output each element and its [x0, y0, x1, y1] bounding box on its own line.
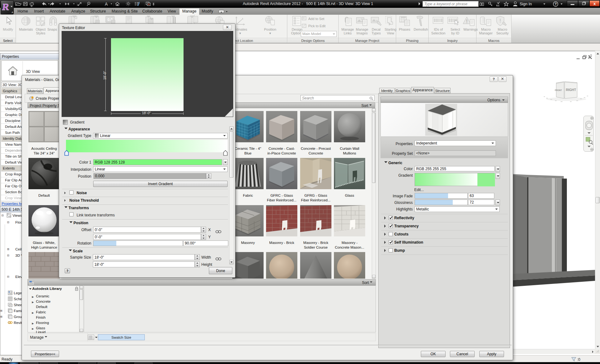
svg-text:Sign In: Sign In: [520, 2, 532, 6]
svg-text:FRONT: FRONT: [555, 88, 562, 92]
svg-text:?: ?: [555, 2, 557, 6]
svg-text:1: 1: [88, 3, 89, 5]
svg-text:!: !: [499, 18, 501, 23]
svg-text:A: A: [105, 2, 108, 7]
svg-text::0: :0: [577, 357, 580, 362]
svg-text:!: !: [466, 18, 468, 24]
svg-text:RIGHT: RIGHT: [566, 88, 576, 92]
svg-text:A: A: [12, 11, 13, 14]
svg-text:R: R: [2, 2, 10, 12]
